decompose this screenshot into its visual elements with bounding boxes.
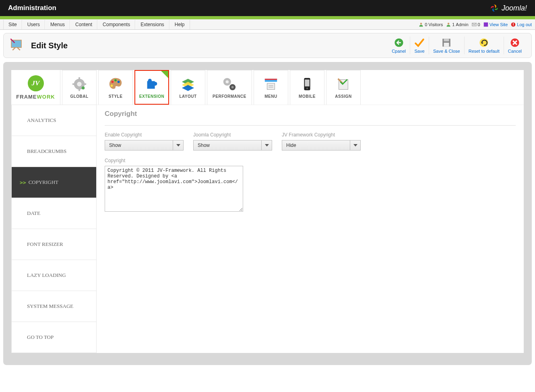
page-title: Edit Style: [31, 41, 68, 50]
visitors-status: 0 Visitors: [419, 22, 443, 27]
admin-label: Admin: [456, 22, 468, 27]
svg-rect-21: [72, 83, 75, 85]
menu-content[interactable]: Content: [70, 20, 97, 29]
sidebar-item-label: LAZY LOADING: [27, 272, 66, 279]
logout-icon: [511, 22, 516, 27]
svg-rect-22: [84, 83, 86, 85]
brand-text: Joomla!: [502, 4, 527, 12]
check-icon: [414, 37, 425, 48]
main-container: JV FRAMEWORK GLOBAL STYLE EXTENSION LAYO…: [3, 62, 532, 365]
jv-copyright-select[interactable]: Hide: [282, 140, 361, 151]
easel-icon: [9, 37, 25, 54]
enable-copyright-group: Enable Copyright Show: [105, 132, 184, 151]
svg-rect-14: [444, 43, 449, 47]
jv-copyright-group: JV Framework Copyright Hide: [282, 132, 361, 151]
save-close-button[interactable]: Save & Close: [429, 37, 464, 54]
sidebar-item-label: DATE: [27, 210, 40, 217]
joomla-logo: Joomla!: [489, 2, 527, 14]
svg-rect-20: [78, 89, 80, 91]
copyright-text-label: Copyright: [105, 158, 243, 163]
svg-rect-19: [78, 77, 80, 80]
gears-icon: [222, 76, 237, 92]
sidebar-date[interactable]: DATE: [11, 198, 97, 229]
reset-button[interactable]: Reset to default: [464, 37, 504, 54]
admin-count: 1: [452, 22, 454, 27]
svg-rect-33: [265, 79, 277, 80]
active-corner-icon: [161, 71, 168, 78]
menu-menus[interactable]: Menus: [45, 20, 70, 29]
tab-mobile[interactable]: MOBILE: [290, 70, 324, 105]
status-bar: 0 Visitors 1 Admin 0 View Site Log out: [419, 22, 532, 27]
sidebar-system-message[interactable]: SYSTEM MESSAGE: [11, 291, 97, 322]
accent-bar: [0, 16, 535, 19]
jv-copyright-label: JV Framework Copyright: [282, 132, 361, 138]
copyright-text-group: Copyright: [105, 158, 243, 212]
logout-link[interactable]: Log out: [511, 22, 532, 27]
svg-point-1: [448, 23, 450, 25]
svg-point-6: [513, 25, 514, 26]
palette-icon: [108, 76, 123, 92]
menu-help[interactable]: Help: [169, 20, 190, 29]
menu-icon: [263, 76, 279, 92]
sidebar-item-label: SYSTEM MESSAGE: [27, 303, 73, 309]
select-value: Show: [194, 142, 261, 148]
menu-site[interactable]: Site: [3, 20, 22, 29]
joomla-copyright-select[interactable]: Show: [193, 140, 272, 151]
messages-count: 0: [478, 22, 480, 27]
svg-rect-34: [267, 83, 275, 89]
gear-icon: [72, 76, 87, 92]
tab-style[interactable]: STYLE: [98, 70, 133, 105]
sidebar-analytics[interactable]: ANALYTICS: [11, 105, 97, 136]
tab-layout[interactable]: LAYOUT: [171, 70, 205, 105]
copyright-textarea[interactable]: [105, 166, 243, 212]
sidebar-lazy-loading[interactable]: LAZY LOADING: [11, 260, 97, 291]
tab-extension[interactable]: EXTENSION: [134, 70, 169, 105]
menu-users[interactable]: Users: [22, 20, 45, 29]
messages-status[interactable]: 0: [472, 22, 480, 27]
admin-status: 1 Admin: [446, 22, 468, 27]
cancel-button[interactable]: Cancel: [504, 37, 526, 54]
chevron-down-icon: [261, 140, 272, 150]
view-site-link[interactable]: View Site: [483, 22, 508, 27]
sidebar-item-label: ANALYTICS: [27, 117, 56, 124]
sidebar-breadcrumbs[interactable]: BREADCRUMBS: [11, 136, 97, 167]
view-site-text: View Site: [490, 22, 508, 27]
sidebar-go-to-top[interactable]: GO TO TOP: [11, 322, 97, 353]
sidebar-item-label: GO TO TOP: [27, 334, 54, 340]
cpanel-button[interactable]: Cpanel: [388, 37, 410, 54]
cancel-label: Cancel: [508, 49, 522, 54]
sidebar-copyright[interactable]: COPYRIGHT: [11, 167, 97, 198]
cpanel-label: Cpanel: [392, 49, 406, 54]
reset-label: Reset to default: [469, 49, 500, 54]
puzzle-icon: [144, 76, 159, 92]
save-button[interactable]: Save: [410, 37, 429, 54]
admin-title: Administration: [8, 4, 56, 12]
menu-extensions[interactable]: Extensions: [135, 20, 169, 29]
svg-point-39: [306, 88, 308, 89]
joomla-copyright-label: Joomla Copyright: [193, 132, 272, 138]
enable-copyright-select[interactable]: Show: [105, 140, 184, 151]
menu-items: Site Users Menus Content Components Exte…: [3, 20, 190, 29]
svg-point-23: [82, 87, 85, 90]
title-bar: Edit Style Cpanel Save Save & Close Rese…: [3, 33, 532, 58]
tab-menu-label: MENU: [264, 94, 277, 99]
svg-point-18: [77, 82, 81, 86]
cpanel-icon: [394, 37, 404, 48]
menu-components[interactable]: Components: [97, 20, 135, 29]
jv-icon: JV: [28, 75, 44, 91]
tab-menu[interactable]: MENU: [254, 70, 288, 105]
tab-extension-label: EXTENSION: [139, 94, 164, 99]
disk-icon: [441, 37, 452, 48]
sidebar-item-label: BREADCRUMBS: [27, 148, 66, 155]
tab-global[interactable]: GLOBAL: [62, 70, 97, 105]
tab-assign[interactable]: ASSIGN: [326, 70, 361, 105]
toolbar: Cpanel Save Save & Close Reset to defaul…: [388, 37, 526, 54]
layers-icon: [180, 76, 196, 92]
sidebar-font-resizer[interactable]: FONT RESIZER: [11, 229, 97, 260]
svg-rect-5: [513, 23, 514, 25]
save-close-label: Save & Close: [433, 49, 460, 54]
tab-framework[interactable]: JV FRAMEWORK: [11, 70, 60, 105]
joomla-copyright-group: Joomla Copyright Show: [193, 132, 272, 151]
tab-performance[interactable]: PERFORMANCE: [207, 70, 252, 105]
separator: [105, 125, 516, 126]
